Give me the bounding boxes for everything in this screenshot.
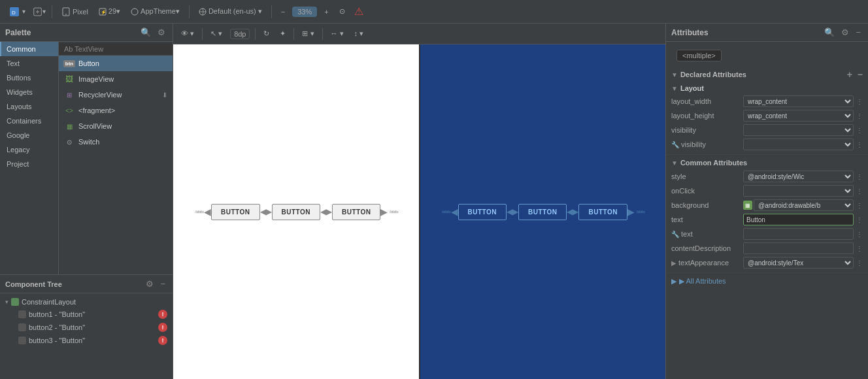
layout-subsection-header[interactable]: ▼ Layout: [666, 82, 868, 94]
design-area: 👁 ▾ ↖ ▾ 8dp ↻ ✦ ⊞ ▾ ↔ ▾ ↕ ▾ ≈≈≈ ◀ BUTTON…: [173, 24, 665, 379]
canvas-button-blue-3[interactable]: BUTTON: [578, 204, 627, 220]
style-select[interactable]: @android:style/Wic: [743, 171, 854, 182]
attr-row-layout-height: layout_height wrap_content ⋮: [666, 108, 868, 123]
canvas-button-2[interactable]: BUTTON: [272, 204, 320, 220]
visibility-overflow[interactable]: ⋮: [856, 127, 863, 134]
tree-item-root[interactable]: ▾ ConstraintLayout: [0, 296, 173, 308]
design-mode-btn[interactable]: D ▾: [5, 5, 29, 19]
content-desc-input[interactable]: [743, 242, 854, 254]
palette-cat-project[interactable]: Project: [0, 157, 58, 171]
style-overflow[interactable]: ⋮: [856, 173, 863, 180]
palette-cat-google[interactable]: Google: [0, 128, 58, 142]
magic-btn[interactable]: ✦: [277, 28, 288, 39]
text-input[interactable]: [743, 214, 854, 225]
attr-name-layout-height: layout_height: [671, 112, 743, 120]
canvas-button-blue-2[interactable]: BUTTON: [518, 204, 567, 220]
locale-btn[interactable]: Default (en-us) ▾: [195, 6, 265, 17]
dp-btn[interactable]: 8dp: [230, 29, 250, 39]
palette-cat-layouts[interactable]: Layouts: [0, 99, 58, 114]
text-wrench-overflow[interactable]: ⋮: [856, 231, 863, 238]
zoom-out-btn[interactable]: −: [278, 7, 288, 17]
svg-point-7: [131, 8, 138, 15]
declared-minus-btn[interactable]: −: [858, 69, 863, 80]
text-appearance-overflow[interactable]: ⋮: [856, 259, 863, 267]
layout-width-select[interactable]: wrap_content: [743, 95, 854, 107]
attr-name-background: background: [671, 201, 743, 209]
canvas-button-blue-1[interactable]: BUTTON: [458, 204, 507, 220]
declared-attributes-header[interactable]: ▼ Declared Attributes + −: [666, 67, 868, 82]
zoom-level[interactable]: 33%: [292, 7, 317, 17]
attributes-collapse-icon[interactable]: −: [854, 27, 863, 38]
onclick-select[interactable]: [743, 185, 854, 197]
attr-value-text-wrench: ⋮: [743, 228, 863, 240]
text-appearance-select[interactable]: @android:style/Tex: [743, 257, 854, 269]
palette-item-recyclerview[interactable]: ⊞ RecyclerView ⬇: [59, 87, 173, 103]
text-wrench-input[interactable]: [743, 228, 854, 240]
api-btn[interactable]: ⚡ 29▾: [95, 6, 124, 17]
palette-item-scrollview[interactable]: ▦ ScrollView: [59, 118, 173, 134]
text-overflow[interactable]: ⋮: [856, 216, 863, 223]
attr-name-visibility: visibility: [671, 126, 743, 134]
common-attributes-header[interactable]: ▼ Common Attributes: [666, 156, 868, 169]
comp-tree-minus-icon[interactable]: −: [158, 278, 167, 289]
attributes-search-icon[interactable]: 🔍: [822, 27, 837, 38]
palette-cat-widgets[interactable]: Widgets: [0, 85, 58, 99]
warning-icon[interactable]: ⚠: [352, 5, 365, 18]
attributes-settings-icon[interactable]: ⚙: [839, 27, 851, 38]
path-btn[interactable]: ↻: [261, 28, 272, 39]
palette-item-imageview[interactable]: 🖼 ImageView: [59, 71, 173, 87]
attr-value-visibility-wrench: ⋮: [743, 139, 863, 150]
content-desc-overflow[interactable]: ⋮: [856, 245, 863, 252]
canvas-area: ≈≈≈ ◀ BUTTON ◀▶ BUTTON ◀▶ BUTTON ▶ ≈≈≈ ≈…: [173, 44, 665, 379]
palette-cat-buttons[interactable]: Buttons: [0, 71, 58, 85]
palette-item-button[interactable]: btn Button: [59, 56, 173, 71]
blueprint-icon[interactable]: ▾: [33, 5, 46, 18]
eye-btn[interactable]: 👁 ▾: [178, 28, 197, 39]
attributes-title: Attributes: [671, 28, 709, 37]
comp-tree-settings-icon[interactable]: ⚙: [144, 278, 156, 289]
palette-search-icon[interactable]: 🔍: [139, 27, 153, 38]
palette-cat-containers[interactable]: Containers: [0, 114, 58, 128]
palette-icons: 🔍 ⚙: [139, 27, 167, 38]
tree-item-button1[interactable]: button1 - "Button" !: [0, 308, 173, 321]
tree-item-button2[interactable]: button2 - "Button" !: [0, 321, 173, 334]
button3-icon: [18, 337, 26, 344]
layout-height-select[interactable]: wrap_content: [743, 110, 854, 122]
onclick-overflow[interactable]: ⋮: [856, 188, 863, 195]
canvas-blue: ≈≈≈ ◀ BUTTON ◀▶ BUTTON ◀▶ BUTTON ▶ ≈≈≈: [420, 44, 666, 379]
canvas-button-3[interactable]: BUTTON: [332, 204, 380, 220]
cursor-btn[interactable]: ↖ ▾: [208, 28, 225, 39]
canvas-button-1[interactable]: BUTTON: [211, 204, 259, 220]
all-attributes-link[interactable]: ▶ ▶ All Attributes: [666, 274, 868, 288]
visibility-wrench-select[interactable]: [743, 139, 854, 150]
background-select[interactable]: @android:drawable/b: [754, 199, 854, 211]
palette-cat-text[interactable]: Text: [0, 56, 58, 71]
background-overflow[interactable]: ⋮: [856, 202, 863, 209]
svg-text:⚡: ⚡: [101, 9, 107, 15]
palette-settings-icon[interactable]: ⚙: [156, 27, 167, 38]
align-btn[interactable]: ⊞ ▾: [299, 28, 316, 39]
switch-icon: ⊙: [64, 137, 75, 147]
attr-name-layout-width: layout_width: [671, 97, 743, 105]
layout-width-overflow[interactable]: ⋮: [856, 98, 863, 105]
theme-btn[interactable]: AppTheme▾: [127, 6, 183, 17]
device-btn[interactable]: Pixel: [58, 6, 92, 18]
layout-height-overflow[interactable]: ⋮: [856, 112, 863, 120]
comp-tree-title: Component Tree: [5, 280, 62, 288]
palette-cat-common[interactable]: Common: [0, 42, 58, 56]
palette-cat-legacy[interactable]: Legacy: [0, 142, 58, 157]
palette-item-switch[interactable]: ⊙ Switch: [59, 134, 173, 150]
download-icon: ⬇: [162, 91, 167, 99]
attr-row-onclick: onClick ⋮: [666, 184, 868, 198]
fit-btn[interactable]: ⊙: [336, 6, 348, 17]
declared-add-btn[interactable]: +: [847, 69, 852, 80]
component-tree: Component Tree ⚙ − ▾ ConstraintLayout bu…: [0, 274, 173, 379]
attr-value-visibility: ⋮: [743, 124, 863, 136]
visibility-select[interactable]: [743, 124, 854, 136]
margin-btn[interactable]: ↔ ▾: [328, 28, 346, 39]
visibility-wrench-overflow[interactable]: ⋮: [856, 141, 863, 148]
palette-item-fragment[interactable]: <> <fragment>: [59, 103, 173, 118]
chain-btn[interactable]: ↕ ▾: [352, 28, 367, 39]
zoom-in-btn[interactable]: +: [321, 7, 331, 17]
tree-item-button3[interactable]: button3 - "Button" !: [0, 334, 173, 347]
